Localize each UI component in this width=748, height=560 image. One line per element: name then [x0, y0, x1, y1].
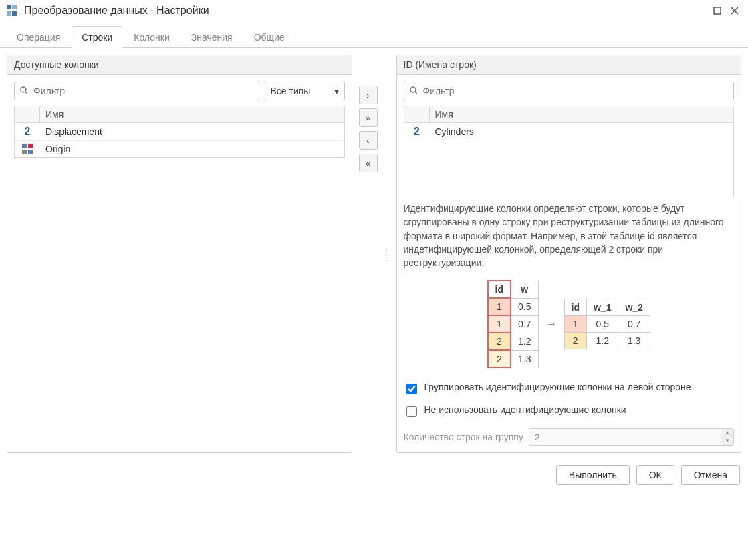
group-left-checkbox[interactable] [406, 384, 417, 394]
example-table-wide: idw_1w_2 10.50.7 21.21.3 [564, 299, 650, 349]
svg-point-3 [21, 87, 26, 92]
titlebar: Преобразование данных · Настройки [0, 0, 748, 21]
category-icon [22, 144, 33, 154]
move-all-right-button[interactable]: » [359, 108, 378, 127]
right-table-body: 2 Cylinders [404, 123, 735, 196]
tab-rows[interactable]: Строки [72, 26, 122, 48]
example-diagram: idw 10.5 10.7 21.2 21.3 → idw_1w_2 10.50… [404, 280, 735, 368]
rows-per-group-label: Количество строк на группу [404, 432, 523, 442]
close-icon[interactable] [728, 4, 741, 17]
arrow-right-icon: → [545, 317, 557, 331]
svg-rect-0 [714, 7, 721, 14]
svg-point-5 [410, 87, 416, 92]
search-icon [20, 86, 28, 96]
window-title: Преобразование данных · Настройки [24, 5, 707, 17]
tab-general[interactable]: Общие [244, 26, 295, 48]
resize-handle[interactable]: ⋮⋮ [384, 55, 390, 453]
move-left-button[interactable]: ‹ [359, 131, 378, 150]
rows-per-group-spinner[interactable]: ▲ ▼ [529, 428, 734, 446]
svg-line-6 [415, 92, 417, 94]
move-right-button[interactable]: › [359, 86, 378, 104]
search-icon [410, 86, 418, 96]
row-name: Displacement [40, 124, 344, 140]
right-col-name-header: Имя [430, 106, 734, 122]
maximize-icon[interactable] [711, 4, 724, 17]
right-filter-input-wrap[interactable] [404, 82, 735, 100]
left-filter-input[interactable] [32, 85, 253, 97]
tab-operation[interactable]: Операция [7, 26, 70, 48]
id-columns-panel: ID (Имена строк) Имя 2 Cyli [396, 55, 742, 453]
left-filter-input-wrap[interactable] [14, 82, 259, 100]
spinner-down-icon[interactable]: ▼ [721, 437, 733, 445]
id-columns-header: ID (Имена строк) [397, 55, 741, 75]
left-table-body: 2 Displacement Origin [14, 123, 345, 158]
tab-bar: Операция Строки Колонки Значения Общие [0, 25, 748, 48]
mover-buttons: › » ‹ « [359, 55, 378, 453]
type-filter-label: Все типы [271, 86, 311, 96]
cancel-button[interactable]: Отмена [681, 465, 740, 485]
tab-columns[interactable]: Колонки [124, 26, 179, 48]
right-filter-input[interactable] [422, 85, 729, 97]
available-columns-panel: Доступные колонки Все типы ▾ Имя [7, 55, 352, 453]
right-table-header: Имя [404, 106, 735, 123]
table-row[interactable]: 2 Cylinders [404, 123, 734, 140]
id-description: Идентифицирующие колонки определяют стро… [404, 202, 735, 269]
move-all-left-button[interactable]: « [359, 154, 378, 172]
chevron-down-icon: ▾ [334, 86, 339, 96]
left-table-header: Имя [14, 106, 345, 123]
group-left-label: Группировать идентифицирующие колонки на… [424, 382, 735, 392]
spinner-up-icon[interactable]: ▲ [721, 429, 733, 437]
rows-per-group-input[interactable] [529, 429, 721, 445]
run-button[interactable]: Выполнить [556, 465, 630, 485]
tab-values[interactable]: Значения [181, 26, 243, 48]
svg-line-4 [25, 92, 27, 94]
table-row[interactable]: Origin [15, 141, 344, 157]
number-icon: 2 [414, 126, 420, 138]
number-icon: 2 [25, 126, 31, 138]
example-table-long: idw 10.5 10.7 21.2 21.3 [487, 280, 539, 368]
no-id-checkbox[interactable] [406, 406, 417, 417]
row-name: Origin [40, 141, 344, 157]
row-name: Cylinders [430, 124, 734, 140]
no-id-label: Не использовать идентифицирующие колонки [424, 404, 735, 415]
available-columns-header: Доступные колонки [7, 55, 352, 75]
dialog-footer: Выполнить ОК Отмена [0, 460, 748, 493]
type-filter-dropdown[interactable]: Все типы ▾ [265, 82, 345, 100]
left-col-name-header: Имя [40, 106, 344, 122]
app-icon [7, 5, 19, 17]
ok-button[interactable]: ОК [636, 465, 674, 485]
table-row[interactable]: 2 Displacement [15, 123, 344, 141]
